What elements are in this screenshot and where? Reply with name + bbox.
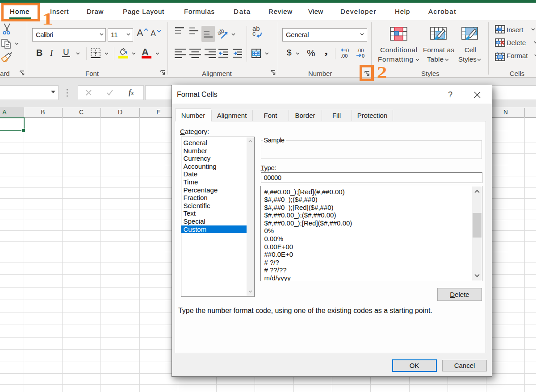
svg-text:0: 0 bbox=[362, 53, 364, 58]
svg-text:.00: .00 bbox=[357, 48, 364, 53]
svg-text:0: 0 bbox=[346, 48, 349, 53]
svg-text:.00: .00 bbox=[341, 53, 348, 58]
